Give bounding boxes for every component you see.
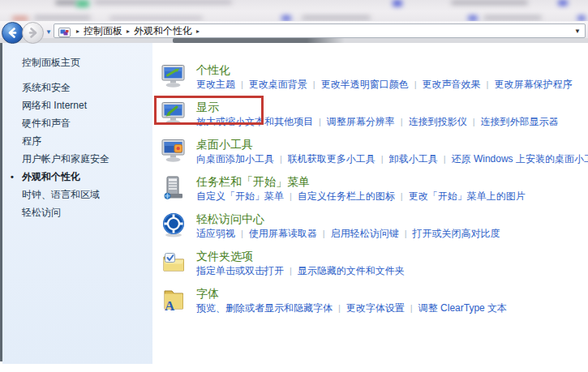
sidebar-item-7[interactable]: • 时钟、语言和区域 <box>2 186 152 203</box>
task-link[interactable]: 自定义任务栏上的图标 <box>298 190 395 202</box>
ease-of-access-icon[interactable] <box>160 212 187 239</box>
link-separator: | <box>473 117 475 126</box>
category-title[interactable]: 任务栏和「开始」菜单 <box>196 175 310 188</box>
breadcrumb-separator-icon: ▸ <box>127 28 130 35</box>
sidebar-item-0[interactable]: • 控制面板主页 <box>2 53 152 71</box>
task-link[interactable]: 使用屏幕读取器 <box>249 228 317 239</box>
category-body: 显示 放大或缩小文本和其他项目|调整屏幕分辨率|连接到投影仪|连接到外部显示器 <box>196 100 559 128</box>
task-link[interactable]: 更改桌面背景 <box>249 79 307 90</box>
svg-text:A: A <box>165 298 175 314</box>
link-separator: | <box>410 303 413 313</box>
link-separator: | <box>405 229 407 238</box>
category-section: 显示 放大或缩小文本和其他项目|调整屏幕分辨率|连接到投影仪|连接到外部显示器 <box>160 100 588 128</box>
category-section: 个性化 更改主题|更改桌面背景|更改半透明窗口颜色|更改声音效果|更改屏幕保护程… <box>160 62 588 91</box>
task-link[interactable]: 还原 Windows 上安装的桌面小工具 <box>452 153 588 165</box>
sidebar-item-label: 控制面板主页 <box>22 57 80 68</box>
sidebar-item-label: 外观和个性化 <box>22 171 80 182</box>
taskbar-start-menu-icon[interactable] <box>160 174 187 202</box>
address-dropdown-icon[interactable]: ▼ <box>574 28 581 35</box>
link-separator: | <box>444 154 446 164</box>
selected-bullet-icon: • <box>11 168 14 186</box>
address-bar[interactable]: ▸ 控制面板 ▸ 外观和个性化 ▸ ▼ <box>54 24 586 38</box>
task-link[interactable]: 打开或关闭高对比度 <box>413 228 500 239</box>
blur-blob <box>281 15 291 21</box>
sidebar-item-label: 时钟、语言和区域 <box>22 189 100 200</box>
task-link[interactable]: 联机获取更多小工具 <box>288 153 376 165</box>
recent-pages-dropdown-icon[interactable]: ▼ <box>45 28 52 36</box>
sidebar-item-6[interactable]: • 外观和个性化 <box>2 168 152 186</box>
task-link[interactable]: 适应弱视 <box>196 228 235 239</box>
sidebar-item-label: 轻松访问 <box>22 207 61 218</box>
sidebar-item-3[interactable]: • 硬件和声音 <box>2 114 152 132</box>
task-link[interactable]: 调整屏幕分辨率 <box>327 116 395 127</box>
category-title[interactable]: 桌面小工具 <box>196 138 253 151</box>
breadcrumb-separator-icon: ▸ <box>196 28 200 35</box>
blur-blob <box>302 15 371 20</box>
link-separator: | <box>381 154 384 164</box>
task-link[interactable]: 启用轻松访问键 <box>331 228 399 239</box>
category-body: 字体 预览、删除或者显示和隐藏字体|更改字体设置|调整 ClearType 文本 <box>196 286 507 314</box>
personalization-monitor-icon[interactable] <box>160 62 187 90</box>
task-link[interactable]: 向桌面添加小工具 <box>196 153 274 165</box>
category-title[interactable]: 字体 <box>196 287 219 300</box>
sidebar-item-label: 系统和安全 <box>22 82 71 93</box>
category-title[interactable]: 文件夹选项 <box>196 250 253 263</box>
forward-button[interactable] <box>22 22 44 44</box>
category-section: A 字体 预览、删除或者显示和隐藏字体|更改字体设置|调整 ClearType … <box>160 286 588 314</box>
blur-blob <box>94 0 232 4</box>
sidebar-item-label: 程序 <box>22 135 41 147</box>
sidebar-item-1[interactable]: • 系统和安全 <box>2 79 152 96</box>
sidebar-item-5[interactable]: • 用户帐户和家庭安全 <box>2 150 152 168</box>
category-links: 适应弱视|使用屏幕读取器|启用轻松访问键|打开或关闭高对比度 <box>196 228 500 240</box>
blur-blob <box>76 0 89 7</box>
task-link[interactable]: 更改主题 <box>196 79 235 90</box>
sidebar-item-8[interactable]: • 轻松访问 <box>2 203 152 221</box>
sidebar: • 控制面板主页 • 系统和安全 • 网络和 Internet • 硬件和声音 … <box>2 43 152 364</box>
task-link[interactable]: 显示隐藏的文件和文件夹 <box>298 265 405 276</box>
breadcrumb-item-control-panel[interactable]: 控制面板 <box>84 24 122 38</box>
task-link[interactable]: 更改屏幕保护程序 <box>494 79 572 90</box>
folder-options-icon[interactable] <box>160 249 187 276</box>
task-link[interactable]: 卸载小工具 <box>389 153 438 165</box>
control-panel-window: ▼ ▸ 控制面板 ▸ 外观和个性化 ▸ ▼ • 控制面板主页 • 系统和安全 •… <box>0 0 588 372</box>
display-monitor-icon[interactable] <box>160 100 187 127</box>
back-button[interactable] <box>2 22 24 44</box>
task-link[interactable]: 预览、删除或者显示和隐藏字体 <box>196 302 333 314</box>
fonts-icon[interactable]: A <box>160 286 187 314</box>
blur-blob <box>393 0 402 6</box>
blur-blob <box>483 15 542 20</box>
blur-blob <box>451 0 528 5</box>
task-link[interactable]: 放大或缩小文本和其他项目 <box>196 116 313 127</box>
category-links: 预览、删除或者显示和隐藏字体|更改字体设置|调整 ClearType 文本 <box>196 302 507 314</box>
task-link[interactable]: 自定义「开始」菜单 <box>196 190 284 202</box>
link-separator: | <box>401 117 403 126</box>
category-links: 向桌面添加小工具|联机获取更多小工具|卸载小工具|还原 Windows 上安装的… <box>196 153 588 165</box>
link-separator: | <box>290 266 292 276</box>
link-separator: | <box>319 117 321 126</box>
task-link[interactable]: 连接到外部显示器 <box>481 116 559 127</box>
link-separator: | <box>280 154 282 164</box>
task-link[interactable]: 指定单击或双击打开 <box>196 265 284 276</box>
sidebar-item-label: 用户帐户和家庭安全 <box>22 153 109 165</box>
task-link[interactable]: 连接到投影仪 <box>409 116 467 127</box>
category-title[interactable]: 个性化 <box>196 63 230 76</box>
task-link[interactable]: 更改「开始」菜单上的图片 <box>409 190 526 202</box>
sidebar-item-4[interactable]: • 程序 <box>2 132 152 150</box>
desktop-gadgets-icon[interactable] <box>160 137 187 165</box>
link-separator: | <box>290 191 292 201</box>
task-link[interactable]: 更改字体设置 <box>346 302 405 314</box>
task-link[interactable]: 更改声音效果 <box>423 79 481 90</box>
link-separator: | <box>313 79 315 89</box>
sidebar-item-label: 网络和 Internet <box>22 100 87 111</box>
task-link[interactable]: 调整 ClearType 文本 <box>418 302 507 314</box>
category-title[interactable]: 显示 <box>196 100 219 113</box>
category-title[interactable]: 轻松访问中心 <box>196 212 264 225</box>
sidebar-item-2[interactable]: • 网络和 Internet <box>2 96 152 114</box>
link-separator: | <box>323 229 325 238</box>
category-section: 桌面小工具 向桌面添加小工具|联机获取更多小工具|卸载小工具|还原 Window… <box>160 137 588 165</box>
category-body: 轻松访问中心 适应弱视|使用屏幕读取器|启用轻松访问键|打开或关闭高对比度 <box>196 212 500 240</box>
category-body: 任务栏和「开始」菜单 自定义「开始」菜单|自定义任务栏上的图标|更改「开始」菜单… <box>196 174 526 203</box>
task-link[interactable]: 更改半透明窗口颜色 <box>321 79 409 90</box>
background-clutter <box>0 0 588 21</box>
breadcrumb-item-appearance[interactable]: 外观和个性化 <box>134 24 192 38</box>
